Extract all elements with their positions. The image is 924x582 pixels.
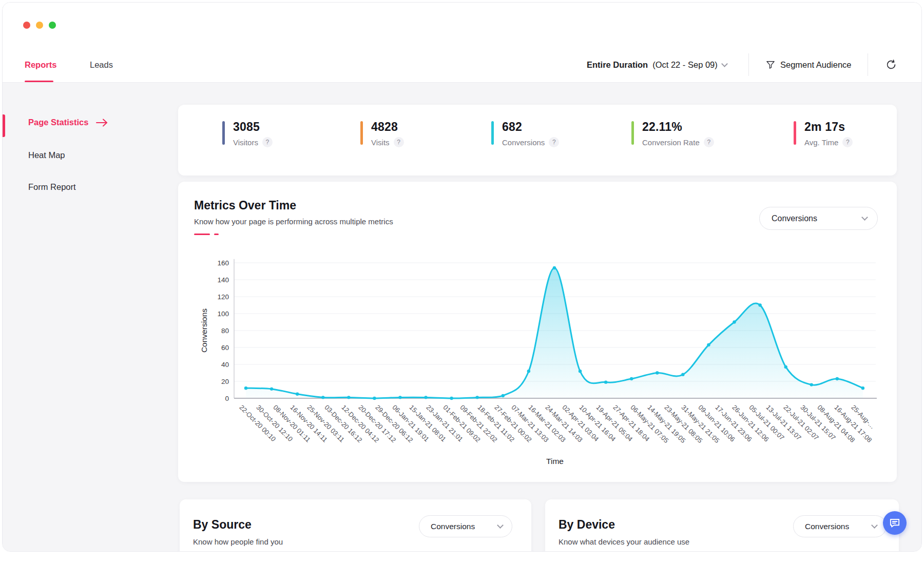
data-point-marker[interactable]	[270, 387, 273, 391]
summary-stats-card: 3085Visitors?4828Visits?682Conversions?2…	[178, 105, 897, 176]
stat-label: Conversions	[502, 138, 545, 147]
sidebar-item-label: Form Report	[28, 182, 76, 192]
data-point-marker[interactable]	[321, 396, 324, 399]
by-device-card: By Device Know what devices your audienc…	[545, 499, 899, 552]
metric-dropdown[interactable]: Conversions	[759, 207, 878, 230]
stat-label-row: Visitors?	[233, 137, 273, 147]
sidebar-item-label: Page Statistics	[28, 118, 88, 127]
y-axis-tick-label: 80	[221, 327, 229, 335]
window-controls	[23, 22, 56, 29]
data-point-marker[interactable]	[244, 386, 247, 390]
help-icon[interactable]: ?	[842, 137, 853, 147]
data-point-marker[interactable]	[656, 371, 659, 374]
data-point-marker[interactable]	[758, 303, 761, 306]
stat-color-bar	[222, 121, 225, 145]
by-device-title: By Device	[559, 518, 615, 532]
chevron-down-icon	[861, 214, 868, 221]
sidebar-item-form-report[interactable]: Form Report	[28, 182, 76, 192]
main-content: Page Statistics Heat Map Form Report 308…	[3, 83, 921, 551]
window-titlebar	[3, 3, 921, 47]
data-point-marker[interactable]	[784, 365, 787, 368]
data-point-marker[interactable]	[373, 397, 376, 400]
segment-audience-button[interactable]: Segment Audience	[765, 47, 852, 82]
chart-subtitle: Know how your page is performing across …	[194, 217, 393, 226]
data-point-marker[interactable]	[681, 373, 684, 376]
refresh-icon	[885, 59, 897, 71]
metric-dropdown-value: Conversions	[772, 214, 817, 223]
help-icon[interactable]: ?	[704, 137, 714, 147]
refresh-button[interactable]	[885, 47, 897, 82]
sidebar-item-page-statistics[interactable]: Page Statistics	[28, 118, 109, 127]
minimize-window-icon[interactable]	[36, 22, 43, 29]
help-icon[interactable]: ?	[262, 137, 273, 147]
sidebar-item-heat-map[interactable]: Heat Map	[28, 150, 65, 160]
data-point-marker[interactable]	[604, 380, 607, 383]
y-axis-tick-label: 40	[221, 361, 229, 368]
tab-leads[interactable]: Leads	[90, 47, 113, 82]
top-tab-bar: Reports Leads Entire Duration (Oct 22 - …	[3, 47, 921, 83]
toolbar-divider	[748, 53, 749, 76]
data-point-marker[interactable]	[810, 383, 813, 386]
data-point-marker[interactable]	[476, 396, 479, 399]
chat-support-button[interactable]	[883, 511, 907, 535]
metrics-over-time-card: Metrics Over Time Know how your page is …	[178, 182, 897, 482]
data-point-marker[interactable]	[296, 393, 299, 396]
by-source-subtitle: Know how people find you	[193, 537, 283, 546]
y-axis-tick-label: 160	[217, 259, 229, 267]
data-point-marker[interactable]	[707, 343, 710, 346]
y-axis-tick-label: 20	[221, 378, 229, 385]
x-axis-title: Time	[546, 457, 564, 465]
y-axis-title: Conversions	[200, 308, 208, 353]
sidebar-active-accent	[3, 114, 5, 137]
tab-leads-label: Leads	[90, 60, 113, 70]
stat-color-bar	[631, 121, 634, 145]
filter-funnel-icon	[765, 60, 776, 70]
data-point-marker[interactable]	[502, 394, 505, 397]
toolbar-divider-2	[868, 53, 868, 76]
chevron-down-icon	[497, 522, 504, 529]
stat-label: Avg. Time	[804, 138, 838, 147]
chevron-down-icon	[871, 522, 878, 529]
data-point-marker[interactable]	[630, 377, 633, 380]
duration-selector[interactable]: Entire Duration (Oct 22 - Sep 09)	[587, 47, 727, 82]
tab-reports-label: Reports	[25, 60, 56, 70]
by-device-subtitle: Know what devices your audience use	[559, 537, 689, 546]
sidebar-item-label: Heat Map	[28, 150, 65, 160]
stat-label-row: Visits?	[371, 137, 404, 147]
y-axis-tick-label: 60	[221, 344, 229, 352]
y-axis-tick-label: 120	[217, 293, 229, 301]
data-point-marker[interactable]	[450, 397, 453, 400]
y-axis-tick-label: 0	[225, 395, 229, 402]
tab-reports[interactable]: Reports	[25, 47, 56, 82]
data-point-marker[interactable]	[579, 370, 582, 373]
stat-color-bar	[794, 121, 796, 145]
stat-value: 2m 17s	[804, 120, 845, 134]
help-icon[interactable]: ?	[394, 137, 404, 147]
stat-value: 22.11%	[642, 120, 682, 134]
data-point-marker[interactable]	[527, 370, 530, 373]
stat-label-row: Avg. Time?	[804, 137, 853, 147]
data-point-marker[interactable]	[398, 396, 401, 399]
by-device-metric-dropdown[interactable]: Conversions	[793, 515, 887, 537]
by-source-card: By Source Know how people find you Conve…	[180, 499, 531, 552]
chat-bubble-icon	[888, 516, 901, 530]
duration-label: Entire Duration	[587, 60, 648, 70]
by-source-title: By Source	[193, 518, 252, 532]
data-point-marker[interactable]	[836, 377, 839, 380]
data-point-marker[interactable]	[347, 396, 350, 399]
data-point-marker[interactable]	[733, 320, 736, 323]
by-device-dropdown-value: Conversions	[805, 522, 849, 531]
app-window: Reports Leads Entire Duration (Oct 22 - …	[2, 2, 922, 552]
data-point-marker[interactable]	[424, 396, 427, 399]
close-window-icon[interactable]	[23, 22, 30, 29]
data-point-marker[interactable]	[553, 266, 556, 269]
by-source-metric-dropdown[interactable]: Conversions	[419, 515, 512, 537]
stat-label-row: Conversions?	[502, 137, 559, 147]
data-point-marker[interactable]	[861, 386, 864, 390]
stat-label: Conversion Rate	[642, 138, 700, 147]
maximize-window-icon[interactable]	[49, 22, 56, 29]
duration-range: (Oct 22 - Sep 09)	[652, 60, 718, 70]
by-source-dropdown-value: Conversions	[431, 522, 475, 531]
help-icon[interactable]: ?	[549, 137, 559, 147]
stat-label: Visits	[371, 138, 390, 147]
